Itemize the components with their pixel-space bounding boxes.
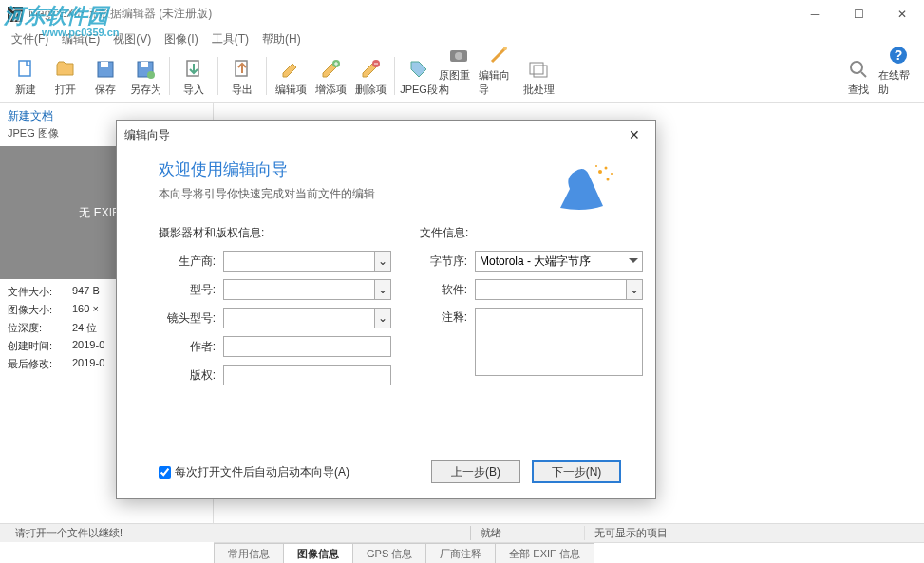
toolbar-separator — [266, 57, 267, 95]
tab-image[interactable]: 图像信息 — [283, 543, 353, 563]
author-input[interactable] — [223, 336, 391, 357]
manufacturer-input[interactable] — [223, 251, 374, 272]
lens-dropdown[interactable]: ⌄ — [374, 308, 391, 328]
saveas-icon — [134, 58, 157, 81]
manufacturer-dropdown[interactable]: ⌄ — [374, 251, 391, 272]
svg-rect-14 — [534, 66, 547, 77]
toolbar-separator — [217, 57, 218, 95]
maximize-button[interactable]: ☐ — [837, 0, 880, 28]
import-icon — [182, 58, 205, 81]
menu-view[interactable]: 视图(V) — [107, 29, 157, 49]
byteorder-select[interactable]: Motorola - 大端字节序 — [475, 251, 643, 272]
open-button[interactable]: 打开 — [46, 53, 85, 99]
wand-icon — [487, 44, 510, 66]
status-mid: 就绪 — [471, 526, 585, 540]
menu-help[interactable]: 帮助(H) — [256, 29, 307, 49]
svg-point-20 — [605, 167, 608, 170]
status-right: 无可显示的项目 — [585, 526, 924, 540]
import-button[interactable]: 导入 — [174, 53, 214, 99]
svg-point-5 — [147, 71, 155, 79]
svg-rect-0 — [19, 61, 30, 76]
app-icon — [8, 7, 23, 22]
delitem-button[interactable]: 删除项 — [350, 53, 390, 99]
edititem-button[interactable]: 编辑项 — [271, 53, 311, 99]
menu-file[interactable]: 文件(F) — [6, 29, 54, 49]
svg-point-21 — [611, 173, 613, 175]
comment-textarea[interactable] — [475, 308, 643, 376]
svg-rect-2 — [101, 62, 108, 67]
tab-maker[interactable]: 厂商注释 — [425, 543, 496, 563]
bottom-tabs: 常用信息 图像信息 GPS 信息 厂商注释 全部 EXIF 信息 — [214, 542, 924, 563]
svg-point-22 — [595, 165, 597, 167]
model-dropdown[interactable]: ⌄ — [374, 279, 391, 300]
rebuild-button[interactable]: 原图重构 — [439, 53, 479, 99]
dialog-title: 编辑向导 — [124, 127, 621, 143]
window-title: MagicEXIF 元数据编辑器 (未注册版) — [28, 6, 793, 22]
lens-input[interactable] — [223, 308, 374, 328]
prev-button[interactable]: 上一步(B) — [431, 460, 520, 483]
wizard-dialog: 编辑向导 ✕ 欢迎使用编辑向导 本向导将引导你快速完成对当前文件的编辑 摄影器材… — [116, 120, 656, 499]
new-file-icon — [14, 58, 37, 81]
svg-rect-4 — [141, 62, 148, 67]
delete-icon — [359, 58, 382, 81]
help-button[interactable]: ? 在线帮助 — [878, 53, 918, 99]
svg-point-19 — [607, 178, 610, 181]
new-button[interactable]: 新建 — [6, 53, 46, 99]
section-equipment: 摄影器材和版权信息: — [159, 225, 391, 241]
status-bar: 请打开一个文件以继续! 就绪 无可显示的项目 — [0, 523, 924, 542]
tab-gps[interactable]: GPS 信息 — [352, 543, 426, 563]
menu-image[interactable]: 图像(I) — [159, 29, 203, 49]
toolbar-separator — [394, 57, 395, 95]
status-left: 请打开一个文件以继续! — [6, 526, 471, 540]
software-input[interactable] — [475, 279, 626, 300]
dialog-titlebar: 编辑向导 ✕ — [117, 121, 655, 149]
svg-point-11 — [455, 52, 462, 60]
edit-icon — [279, 58, 302, 81]
batch-icon — [527, 58, 550, 81]
search-icon — [847, 58, 870, 81]
tab-common[interactable]: 常用信息 — [214, 543, 284, 563]
menu-edit[interactable]: 编辑(E) — [56, 29, 105, 49]
next-button[interactable]: 下一步(N) — [532, 460, 621, 483]
additem-button[interactable]: 增添项 — [311, 53, 350, 99]
wizard-hat-icon — [551, 160, 617, 217]
svg-point-15 — [851, 62, 862, 73]
toolbar: 新建 打开 保存 另存为 导入 导出 编辑项 增添项 删除项 JPEG段 原 — [0, 49, 924, 103]
software-dropdown[interactable]: ⌄ — [626, 279, 643, 300]
wizard-button[interactable]: 编辑向导 — [479, 53, 519, 99]
saveas-button[interactable]: 另存为 — [125, 53, 165, 99]
save-button[interactable]: 保存 — [85, 53, 125, 99]
jpegseg-button[interactable]: JPEG段 — [399, 53, 439, 99]
menu-tools[interactable]: 工具(T) — [206, 29, 255, 49]
svg-rect-13 — [530, 63, 543, 74]
copyright-input[interactable] — [223, 365, 391, 385]
help-icon: ? — [887, 44, 910, 66]
autostart-checkbox[interactable]: 每次打开文件后自动启动本向导(A) — [159, 464, 349, 480]
tab-allexif[interactable]: 全部 EXIF 信息 — [495, 543, 594, 563]
dialog-close-button[interactable]: ✕ — [621, 127, 648, 142]
batch-button[interactable]: 批处理 — [519, 53, 558, 99]
export-icon — [231, 58, 254, 81]
search-button[interactable]: 查找 — [839, 53, 878, 99]
svg-point-18 — [598, 170, 602, 174]
add-icon — [319, 58, 342, 81]
camera-icon — [447, 44, 470, 66]
save-icon — [94, 58, 117, 81]
minimize-button[interactable]: ─ — [793, 0, 837, 28]
toolbar-separator — [169, 57, 170, 95]
model-input[interactable] — [223, 279, 374, 300]
close-button[interactable]: ✕ — [880, 0, 924, 28]
title-bar: MagicEXIF 元数据编辑器 (未注册版) ─ ☐ ✕ — [0, 0, 924, 28]
export-button[interactable]: 导出 — [222, 53, 262, 99]
folder-open-icon — [54, 58, 77, 81]
svg-text:?: ? — [895, 47, 903, 63]
svg-point-12 — [503, 47, 507, 50]
section-file: 文件信息: — [420, 225, 643, 241]
tag-icon — [407, 58, 430, 81]
